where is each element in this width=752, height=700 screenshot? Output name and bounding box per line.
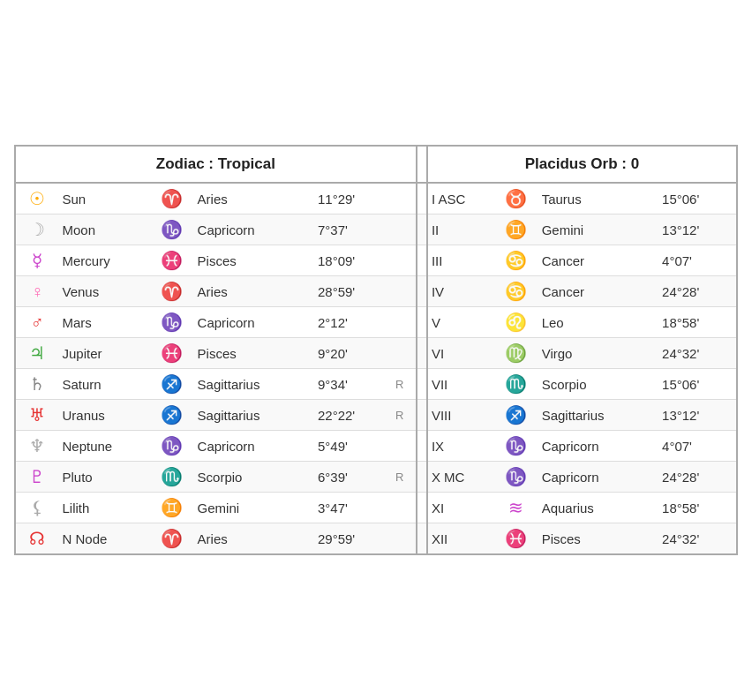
left-sign-name: Aries bbox=[194, 276, 314, 307]
retrograde: R bbox=[392, 462, 417, 493]
planet-name: Mars bbox=[59, 307, 150, 338]
right-sign-name: Gemini bbox=[538, 215, 658, 245]
left-sign-symbol: ♑ bbox=[150, 307, 194, 338]
right-degree: 24°32' bbox=[658, 523, 736, 554]
retrograde bbox=[392, 431, 417, 462]
left-sign-name: Aries bbox=[194, 523, 314, 554]
left-sign-name: Aries bbox=[194, 183, 314, 215]
right-degree: 24°28' bbox=[658, 462, 736, 493]
right-degree: 15°06' bbox=[658, 369, 736, 400]
table-row: ⚸ Lilith ♊ Gemini 3°47' XI ≋ Aquarius 18… bbox=[16, 493, 736, 523]
divider-cell bbox=[417, 493, 427, 523]
right-sign-symbol: ♋ bbox=[494, 276, 538, 307]
retrograde bbox=[392, 183, 417, 215]
left-sign-name: Capricorn bbox=[194, 307, 314, 338]
retrograde bbox=[392, 338, 417, 369]
planet-name: Neptune bbox=[59, 431, 150, 462]
planet-symbol: ♂ bbox=[16, 307, 59, 338]
right-sign-name: Sagittarius bbox=[538, 400, 658, 431]
table-row: ☽ Moon ♑ Capricorn 7°37' II ♊ Gemini 13°… bbox=[16, 215, 736, 245]
left-sign-symbol: ♊ bbox=[150, 493, 194, 523]
planet-symbol: ♆ bbox=[16, 431, 59, 462]
right-degree: 18°58' bbox=[658, 307, 736, 338]
retrograde bbox=[392, 523, 417, 554]
left-sign-symbol: ♏ bbox=[150, 462, 194, 493]
planet-symbol: ♀ bbox=[16, 276, 59, 307]
planet-symbol: ♄ bbox=[16, 369, 59, 400]
left-degree: 18°09' bbox=[314, 245, 392, 276]
table-row: ☿ Mercury ♓ Pisces 18°09' III ♋ Cancer 4… bbox=[16, 245, 736, 276]
right-sign-symbol: ♍ bbox=[494, 338, 538, 369]
planet-symbol: ☿ bbox=[16, 245, 59, 276]
right-header: Placidus Orb : 0 bbox=[427, 147, 736, 183]
right-degree: 24°28' bbox=[658, 276, 736, 307]
header-row: Zodiac : Tropical Placidus Orb : 0 bbox=[16, 147, 736, 183]
divider-cell bbox=[417, 183, 427, 215]
right-sign-name: Capricorn bbox=[538, 462, 658, 493]
right-degree: 18°58' bbox=[658, 493, 736, 523]
left-degree: 7°37' bbox=[314, 215, 392, 245]
planet-symbol: ☉ bbox=[16, 183, 59, 215]
house-label: VII bbox=[427, 369, 494, 400]
right-sign-name: Aquarius bbox=[538, 493, 658, 523]
table-row: ♆ Neptune ♑ Capricorn 5°49' IX ♑ Caprico… bbox=[16, 431, 736, 462]
retrograde bbox=[392, 493, 417, 523]
planet-name: N Node bbox=[59, 523, 150, 554]
house-label: IV bbox=[427, 276, 494, 307]
house-label: IX bbox=[427, 431, 494, 462]
right-sign-name: Cancer bbox=[538, 245, 658, 276]
table-row: ♅ Uranus ♐ Sagittarius 22°22' R VIII ♐ S… bbox=[16, 400, 736, 431]
left-degree: 3°47' bbox=[314, 493, 392, 523]
right-degree: 13°12' bbox=[658, 215, 736, 245]
left-sign-symbol: ♓ bbox=[150, 338, 194, 369]
planet-name: Lilith bbox=[59, 493, 150, 523]
divider bbox=[417, 147, 427, 183]
planet-name: Jupiter bbox=[59, 338, 150, 369]
divider-cell bbox=[417, 369, 427, 400]
planet-name: Saturn bbox=[59, 369, 150, 400]
right-degree: 4°07' bbox=[658, 245, 736, 276]
left-sign-symbol: ♑ bbox=[150, 215, 194, 245]
right-sign-symbol: ♏ bbox=[494, 369, 538, 400]
right-sign-name: Pisces bbox=[538, 523, 658, 554]
right-sign-name: Virgo bbox=[538, 338, 658, 369]
left-header: Zodiac : Tropical bbox=[16, 147, 417, 183]
left-sign-symbol: ♐ bbox=[150, 369, 194, 400]
left-sign-symbol: ♈ bbox=[150, 276, 194, 307]
house-label: I ASC bbox=[427, 183, 494, 215]
left-sign-name: Scorpio bbox=[194, 462, 314, 493]
left-sign-name: Sagittarius bbox=[194, 400, 314, 431]
right-sign-name: Cancer bbox=[538, 276, 658, 307]
left-sign-name: Sagittarius bbox=[194, 369, 314, 400]
table-row: ☉ Sun ♈ Aries 11°29' I ASC ♉ Taurus 15°0… bbox=[16, 183, 736, 215]
retrograde: R bbox=[392, 400, 417, 431]
divider-cell bbox=[417, 523, 427, 554]
planet-name: Moon bbox=[59, 215, 150, 245]
retrograde bbox=[392, 307, 417, 338]
retrograde bbox=[392, 276, 417, 307]
left-sign-symbol: ♓ bbox=[150, 245, 194, 276]
left-sign-name: Pisces bbox=[194, 245, 314, 276]
planet-symbol: ☽ bbox=[16, 215, 59, 245]
right-sign-symbol: ♓ bbox=[494, 523, 538, 554]
left-degree: 29°59' bbox=[314, 523, 392, 554]
right-degree: 15°06' bbox=[658, 183, 736, 215]
planet-symbol: ♇ bbox=[16, 462, 59, 493]
left-degree: 22°22' bbox=[314, 400, 392, 431]
planet-symbol: ♃ bbox=[16, 338, 59, 369]
right-sign-symbol: ♊ bbox=[494, 215, 538, 245]
table-row: ☊ N Node ♈ Aries 29°59' XII ♓ Pisces 24°… bbox=[16, 523, 736, 554]
left-sign-symbol: ♑ bbox=[150, 431, 194, 462]
table-row: ♀ Venus ♈ Aries 28°59' IV ♋ Cancer 24°28… bbox=[16, 276, 736, 307]
house-label: V bbox=[427, 307, 494, 338]
left-degree: 5°49' bbox=[314, 431, 392, 462]
planet-name: Sun bbox=[59, 183, 150, 215]
house-label: II bbox=[427, 215, 494, 245]
right-degree: 24°32' bbox=[658, 338, 736, 369]
right-sign-symbol: ♐ bbox=[494, 400, 538, 431]
retrograde: R bbox=[392, 369, 417, 400]
right-sign-symbol: ♌ bbox=[494, 307, 538, 338]
left-sign-name: Capricorn bbox=[194, 215, 314, 245]
planet-symbol: ☊ bbox=[16, 523, 59, 554]
left-sign-symbol: ♈ bbox=[150, 523, 194, 554]
